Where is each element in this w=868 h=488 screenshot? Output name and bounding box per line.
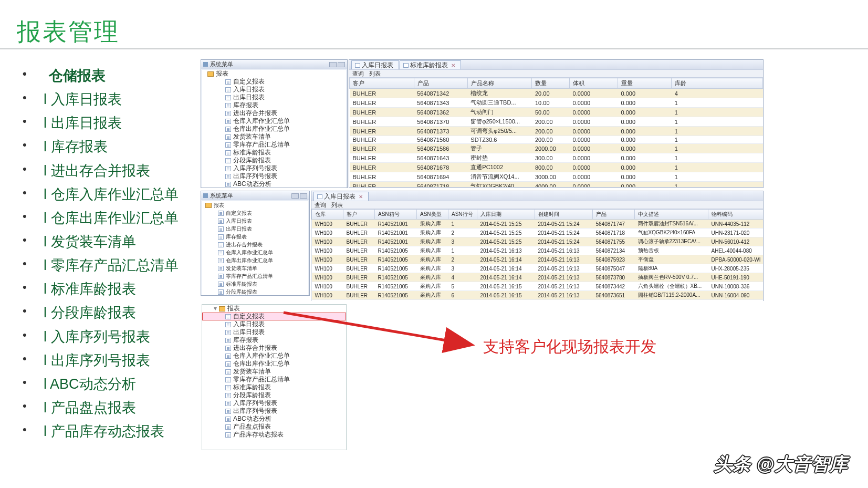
col-header[interactable]: 中文描述 — [635, 210, 708, 220]
close-icon[interactable]: ✕ — [359, 194, 363, 200]
page-icon — [225, 95, 231, 100]
maximize-button[interactable] — [338, 62, 345, 67]
col-header[interactable]: 入库日期 — [477, 210, 535, 220]
col-header[interactable]: 产品 — [414, 78, 467, 89]
table-row[interactable]: WH100BUHLERR140521005采购入库62014-05-21 16:… — [312, 291, 764, 300]
tree-item[interactable]: 入库序列号报表 — [202, 399, 346, 407]
col-header[interactable]: 仓库 — [312, 210, 343, 220]
table-row[interactable]: BUHLER5640871560SDTZ30.6200.000.00000.00… — [350, 136, 763, 144]
close-icon[interactable]: ✕ — [451, 63, 455, 68]
tree-item[interactable]: 标准库龄报表 — [202, 280, 308, 288]
minimize-button[interactable] — [329, 62, 337, 67]
tree-item[interactable]: 仓库出库作业汇总单 — [202, 256, 308, 264]
col-header[interactable]: 客户 — [350, 78, 414, 89]
col-header[interactable]: 产品名称 — [467, 78, 532, 89]
tree-item[interactable]: 仓库入库作业汇总单 — [202, 117, 346, 125]
subbar-query[interactable]: 查询 — [315, 201, 326, 209]
table-row[interactable]: WH100BUHLERR140521001采购入库12014-05-21 15:… — [312, 220, 764, 229]
table-row[interactable]: WH100BUHLERR140521005采购入库72014-05-21 16:… — [312, 300, 764, 302]
tree-item[interactable]: 入库日报表 — [202, 86, 346, 94]
col-header[interactable]: 体积 — [570, 78, 618, 89]
table-row[interactable]: BUHLER5640871678直通PC1002800.000.00000.00… — [350, 163, 763, 172]
tree-item[interactable]: 零库存产品汇总清单 — [202, 272, 308, 280]
tree-item[interactable]: 出库日报表 — [202, 225, 308, 233]
tree-item[interactable]: 分段库龄报表 — [202, 391, 346, 399]
tree-item[interactable]: 自定义报表 — [202, 78, 346, 86]
col-header[interactable]: ASN行号 — [448, 210, 477, 220]
tree-item[interactable]: 出库日报表 — [202, 94, 346, 101]
tree-item[interactable]: 入库日报表 — [202, 217, 308, 225]
pane-titlebar[interactable]: 系统菜单 — [201, 60, 347, 69]
tree-item[interactable]: 库存报表 — [202, 336, 346, 344]
table-row[interactable]: WH100BUHLERR140521001采购入库22014-05-21 15:… — [312, 229, 764, 237]
tree-item[interactable]: 零库存产品汇总清单 — [202, 141, 346, 149]
tree-root[interactable]: ▾报表 — [202, 305, 346, 313]
table-row[interactable]: BUHLER5640871370窗管φ250×L1500...200.000.0… — [350, 117, 763, 127]
tree-item[interactable]: 标准库龄报表 — [202, 149, 346, 157]
table-row[interactable]: BUHLER5640871718气缸XQGBK2/40...4000.000.0… — [350, 182, 763, 188]
col-header[interactable]: ASN类型 — [417, 210, 448, 220]
col-header[interactable]: 库龄 — [672, 78, 763, 89]
tree-item[interactable]: 分段库龄报表 — [202, 157, 346, 164]
tree-item[interactable]: 进出存合并报表 — [202, 109, 346, 117]
col-header[interactable]: ASN箱号 — [375, 210, 417, 220]
tree-item[interactable]: 库存报表 — [202, 101, 346, 109]
subbar-list[interactable]: 列表 — [331, 201, 343, 209]
col-header[interactable]: 数量 — [532, 78, 570, 89]
tree-item[interactable]: ABC动态分析 — [202, 415, 346, 423]
col-header[interactable]: 重量 — [618, 78, 672, 89]
tree-item[interactable]: 入库日报表 — [202, 320, 346, 328]
table-row[interactable]: WH100BUHLERR140521005采购入库22014-05-21 16:… — [312, 255, 764, 264]
table-row[interactable]: BUHLER5640871342槽绞龙20.000.00000.0004 — [350, 89, 763, 98]
tree-item[interactable]: 发货装车清单 — [202, 368, 346, 376]
tree-item-custom-report[interactable]: 自定义报表 — [202, 313, 346, 320]
col-header[interactable]: 创建时间 — [535, 210, 593, 220]
table-row[interactable]: WH100BUHLERR140521005采购入库32014-05-21 16:… — [312, 264, 764, 273]
table-row[interactable]: BUHLER5640871362气动闸门50.000.00000.0001 — [350, 108, 763, 117]
col-header[interactable]: 产品 — [593, 210, 635, 220]
tree-root[interactable]: 报表 — [202, 70, 346, 78]
table-row[interactable]: WH100BUHLERR140521005采购入库12014-05-21 16:… — [312, 246, 764, 255]
tree-item[interactable]: 发货装车清单 — [202, 264, 308, 272]
tree-item[interactable]: 库存报表 — [202, 233, 308, 241]
tree-item[interactable]: 标准库龄报表 — [202, 383, 346, 391]
data-grid-stock-age[interactable]: 客户产品产品名称数量体积重量库龄BUHLER5640871342槽绞龙20.00… — [349, 78, 763, 187]
tab-inbound-report[interactable]: 入库日报表 — [351, 60, 399, 69]
table-row[interactable]: BUHLER5640871694消音节流阀XQ14...3000.000.000… — [350, 172, 763, 182]
tree-item[interactable]: 仓库出库作业汇总单 — [202, 360, 346, 368]
tree-item[interactable]: 自定义报表 — [202, 209, 308, 217]
table-row[interactable]: BUHLER5640871586管子2000.000.00000.0001 — [350, 144, 763, 153]
tree-item[interactable]: 出库日报表 — [202, 328, 346, 336]
table-row[interactable]: WH100BUHLERR140521001采购入库32014-05-21 15:… — [312, 237, 764, 246]
tree-item[interactable]: 仓库入库作业汇总单 — [202, 248, 308, 256]
subbar-list[interactable]: 列表 — [369, 70, 381, 78]
tab-stock-age-report[interactable]: 标准库龄报表✕ — [400, 60, 461, 69]
tree-item[interactable]: 仓库出库作业汇总单 — [202, 125, 346, 133]
table-row[interactable]: BUHLER5640871643密封垫300.000.00000.0001 — [350, 153, 763, 163]
table-row[interactable]: WH100BUHLERR140521005采购入库52014-05-21 16:… — [312, 282, 764, 291]
tree-item[interactable]: 产品库存动态报表 — [202, 431, 346, 439]
subbar-query[interactable]: 查询 — [352, 70, 364, 78]
pane-titlebar[interactable]: 系统菜单 — [201, 191, 309, 200]
table-row[interactable]: WH100BUHLERR140521005采购入库42014-05-21 16:… — [312, 273, 764, 282]
tree-item[interactable]: 入库序列号报表 — [202, 164, 346, 172]
tree-item[interactable]: 出库序列号报表 — [202, 407, 346, 415]
tree-item[interactable]: 产品盘点报表 — [202, 423, 346, 431]
tree-item[interactable]: 零库存产品汇总清单 — [202, 376, 346, 383]
table-row[interactable]: BUHLER5640871373可调弯头φ250/5...200.000.000… — [350, 127, 763, 136]
tree-item[interactable]: ABC动态分析 — [202, 180, 346, 188]
tree-item[interactable]: 进出存合并报表 — [202, 241, 308, 248]
tree-item[interactable]: 分段库龄报表 — [202, 288, 308, 295]
data-grid-inbound[interactable]: 仓库客户ASN箱号ASN类型ASN行号入库日期创建时间产品中文描述物料编码WH1… — [311, 209, 763, 301]
minimize-button[interactable] — [291, 193, 299, 199]
tree-item[interactable]: 发货装车清单 — [202, 133, 346, 141]
tree-item[interactable]: 进出存合并报表 — [202, 344, 346, 352]
tree-item[interactable]: 仓库入库作业汇总单 — [202, 352, 346, 360]
maximize-button[interactable] — [300, 193, 307, 199]
tree-item[interactable]: 出库序列号报表 — [202, 172, 346, 180]
tab-inbound-report[interactable]: 入库日报表✕ — [313, 192, 369, 201]
col-header[interactable]: 物料编码 — [708, 210, 764, 220]
col-header[interactable]: 客户 — [343, 210, 375, 220]
tree-root[interactable]: 报表 — [202, 201, 308, 209]
table-row[interactable]: BUHLER5640871343气动圆三通TBD...10.000.00000.… — [350, 98, 763, 108]
